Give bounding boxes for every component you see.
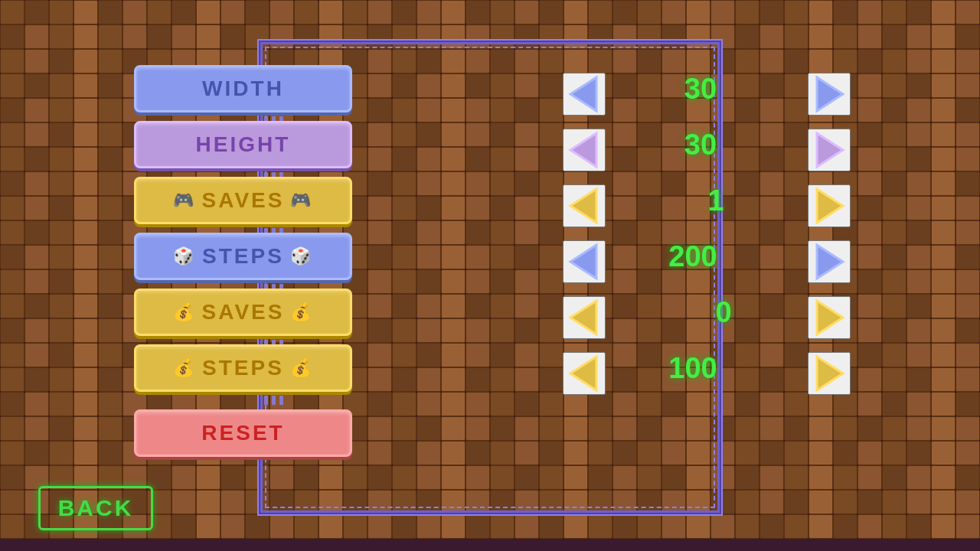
steps2-increase-button[interactable] bbox=[808, 352, 851, 395]
steps2-label-button[interactable]: 💰 STEPS 💰 bbox=[134, 344, 352, 392]
svg-marker-9 bbox=[817, 245, 843, 279]
height-decrease-button[interactable] bbox=[563, 129, 606, 171]
steps2-right-arrow-icon bbox=[809, 354, 849, 393]
width-increase-button[interactable] bbox=[808, 73, 851, 116]
saves1-value: 1 bbox=[689, 184, 743, 217]
steps2-value: 100 bbox=[666, 352, 720, 385]
saves2-label-button[interactable]: 💰 SAVES 💰 bbox=[134, 289, 352, 336]
svg-marker-6 bbox=[817, 77, 843, 111]
height-right-arrow-icon bbox=[809, 130, 849, 170]
height-label: HEIGHT bbox=[196, 132, 291, 157]
width-label-button[interactable]: WIDTH bbox=[134, 65, 352, 112]
saves2-value: 0 bbox=[697, 296, 750, 329]
saves2-icon-left: 💰 bbox=[173, 302, 196, 322]
svg-marker-1 bbox=[570, 133, 596, 167]
steps2-left-arrow-icon bbox=[564, 354, 604, 393]
width-decrease-button[interactable] bbox=[563, 73, 606, 116]
saves2-left-arrow-icon bbox=[564, 298, 604, 337]
svg-marker-7 bbox=[817, 133, 843, 167]
saves2-right-arrow-icon bbox=[809, 298, 849, 337]
steps1-right-arrow-icon bbox=[809, 242, 849, 282]
steps1-value: 200 bbox=[666, 240, 720, 273]
steps2-icon-left: 💰 bbox=[173, 358, 196, 378]
steps1-decrease-button[interactable] bbox=[563, 240, 606, 283]
saves2-increase-button[interactable] bbox=[808, 296, 851, 339]
steps2-decrease-button[interactable] bbox=[563, 352, 606, 395]
width-right-arrow-icon bbox=[809, 74, 849, 114]
height-increase-button[interactable] bbox=[808, 129, 851, 171]
svg-marker-4 bbox=[570, 301, 596, 334]
steps1-label: STEPS bbox=[202, 244, 284, 269]
saves2-icon-right: 💰 bbox=[290, 302, 313, 322]
width-label: WIDTH bbox=[202, 77, 284, 101]
saves1-increase-button[interactable] bbox=[808, 184, 851, 227]
width-left-arrow-icon bbox=[564, 74, 604, 114]
saves1-label: SAVES bbox=[202, 188, 285, 213]
height-left-arrow-icon bbox=[564, 130, 604, 170]
saves1-decrease-button[interactable] bbox=[563, 184, 606, 227]
svg-marker-5 bbox=[570, 357, 596, 390]
svg-marker-10 bbox=[817, 301, 843, 334]
saves1-label-button[interactable]: 🎮 SAVES 🎮 bbox=[134, 177, 352, 224]
steps1-increase-button[interactable] bbox=[808, 240, 851, 283]
saves2-decrease-button[interactable] bbox=[563, 296, 606, 339]
back-label: BACK bbox=[58, 495, 134, 520]
divider-steps2 bbox=[264, 396, 283, 405]
saves2-label: SAVES bbox=[202, 300, 285, 324]
back-button[interactable]: BACK bbox=[38, 486, 153, 530]
steps2-icon-right: 💰 bbox=[290, 358, 313, 378]
reset-label: RESET bbox=[201, 421, 284, 445]
saves1-icon-left: 🎮 bbox=[173, 191, 196, 210]
steps1-icon-left: 🎲 bbox=[173, 246, 196, 266]
reset-button[interactable]: RESET bbox=[134, 409, 352, 457]
svg-marker-11 bbox=[817, 357, 843, 390]
saves1-right-arrow-icon bbox=[809, 186, 849, 226]
height-label-button[interactable]: HEIGHT bbox=[134, 121, 352, 168]
svg-marker-0 bbox=[570, 77, 596, 111]
steps1-label-button[interactable]: 🎲 STEPS 🎲 bbox=[134, 233, 352, 280]
height-value: 30 bbox=[674, 129, 727, 161]
width-value: 30 bbox=[674, 73, 727, 106]
svg-marker-8 bbox=[817, 189, 843, 223]
steps1-left-arrow-icon bbox=[564, 242, 604, 282]
steps2-label: STEPS bbox=[202, 356, 284, 380]
saves1-icon-right: 🎮 bbox=[290, 191, 313, 210]
saves1-left-arrow-icon bbox=[564, 186, 604, 226]
svg-marker-2 bbox=[570, 189, 596, 223]
svg-marker-3 bbox=[570, 245, 596, 279]
steps1-icon-right: 🎲 bbox=[290, 246, 313, 266]
